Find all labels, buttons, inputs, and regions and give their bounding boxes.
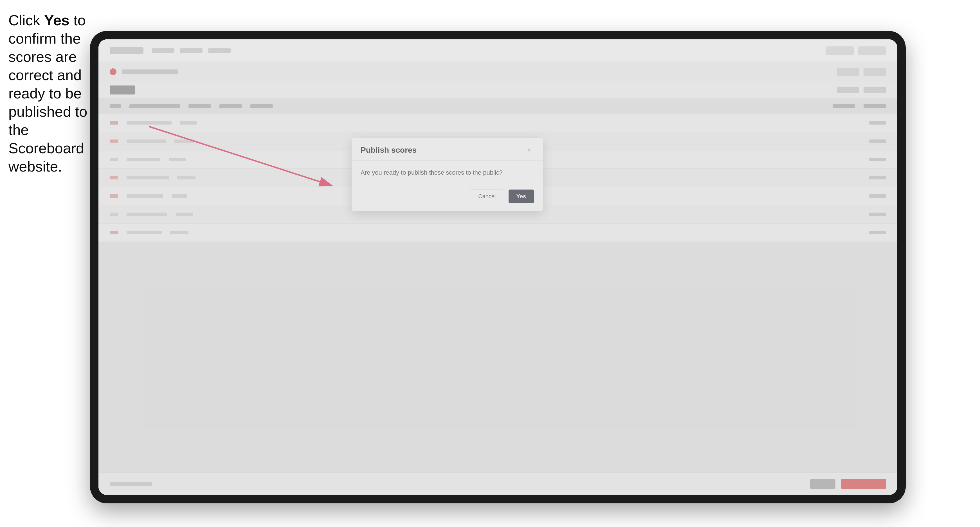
tablet-device: Publish scores × Are you ready to publis… (90, 31, 906, 503)
modal-overlay (99, 40, 897, 495)
instruction-text: Click Yes to confirm the scores are corr… (8, 11, 90, 176)
instruction-prefix: Click (8, 12, 44, 29)
instruction-bold: Yes (44, 12, 70, 29)
tablet-screen: Publish scores × Are you ready to publis… (99, 40, 897, 495)
instruction-suffix: to confirm the scores are correct and re… (8, 12, 87, 175)
